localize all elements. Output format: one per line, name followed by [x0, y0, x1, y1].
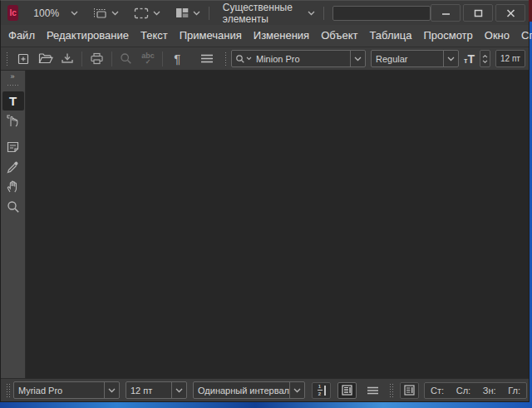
view-options-icon	[93, 7, 107, 19]
expand-panel-icon[interactable]: »	[10, 73, 15, 81]
font-size-value[interactable]: 12 пт	[495, 50, 525, 67]
minimize-button[interactable]	[431, 4, 461, 22]
tools-panel-grip-handle[interactable]	[7, 84, 20, 87]
menu-changes[interactable]: Изменения	[248, 25, 315, 47]
new-document-icon	[17, 52, 30, 66]
statusbar-menu-button[interactable]	[367, 386, 379, 395]
save-button[interactable]	[59, 49, 76, 69]
workspace-label: Существенные элементы	[223, 2, 303, 25]
font-style-dropdown-button[interactable]	[443, 51, 458, 66]
search-icon	[120, 52, 132, 65]
arrange-documents-icon	[175, 7, 189, 18]
tools-panel: » T	[1, 71, 26, 378]
spellcheck-button[interactable]: abc ✓	[140, 49, 156, 69]
note-tool-button[interactable]	[2, 137, 24, 156]
menu-type[interactable]: Текст	[135, 25, 174, 47]
menu-view[interactable]: Просмотр	[417, 25, 478, 47]
font-family-dropdown-button[interactable]	[350, 51, 365, 66]
save-icon	[61, 52, 74, 65]
font-search-icon	[235, 54, 245, 64]
stepper-down-icon	[482, 60, 488, 63]
line-spacing-dropdown-button[interactable]	[289, 382, 304, 398]
statusbar-font-family-value: Myriad Pro	[14, 386, 104, 396]
toolbar-grip-handle[interactable]	[6, 52, 9, 66]
font-style-value: Regular	[372, 54, 443, 64]
text-statistics-panel: Ст: Сл: Зн: Гл:	[424, 382, 527, 399]
control-toolbar: abc ✓ ¶	[1, 47, 529, 71]
statusbar-font-family-dropdown-button[interactable]	[104, 382, 119, 398]
menu-file[interactable]: Файл	[2, 25, 41, 47]
new-document-button[interactable]	[15, 49, 32, 69]
screen-mode-dropdown[interactable]	[134, 7, 160, 19]
stat-chars-label: Зн:	[483, 386, 496, 396]
hamburger-icon	[200, 54, 214, 63]
toolbar-separator	[81, 52, 82, 66]
zoom-chevron-down-icon[interactable]	[71, 11, 78, 16]
statusbar-font-size-dropdown-button[interactable]	[171, 382, 186, 398]
view-options-dropdown[interactable]	[93, 7, 119, 19]
hamburger-icon	[367, 386, 379, 395]
chevron-down-icon	[193, 11, 200, 16]
printer-icon	[90, 52, 104, 65]
workspace-switcher[interactable]: Существенные элементы	[223, 2, 316, 25]
font-size-icon: тT	[464, 53, 475, 65]
story-info-icon	[404, 385, 415, 396]
find-button[interactable]	[117, 49, 134, 69]
maximize-button[interactable]	[463, 4, 493, 22]
incopy-window: Ic 100%	[0, 0, 530, 402]
titlebar-separator	[209, 7, 209, 20]
app-icon[interactable]: Ic	[7, 5, 18, 21]
font-family-value: Minion Pro	[252, 54, 350, 64]
stepper-up-icon	[482, 55, 488, 58]
position-tool-button[interactable]	[2, 111, 24, 130]
show-hidden-characters-button[interactable]: ¶	[169, 49, 185, 69]
note-tool-icon	[6, 140, 20, 154]
font-style-combo[interactable]: Regular	[371, 50, 459, 67]
title-bar: Ic 100%	[1, 1, 529, 25]
menu-window[interactable]: Окно	[479, 25, 515, 47]
hand-tool-button[interactable]	[2, 177, 24, 196]
font-search-chevron-icon	[246, 57, 252, 61]
menu-table[interactable]: Таблица	[363, 25, 417, 47]
statusbar-font-size-combo[interactable]: 12 пт	[126, 381, 187, 399]
type-tool-icon: T	[9, 95, 17, 107]
document-canvas[interactable]	[26, 71, 529, 378]
open-button[interactable]	[37, 49, 53, 69]
zoom-tool-button[interactable]	[2, 197, 24, 216]
line-numbers-icon: 1 2	[318, 384, 326, 396]
font-size-stepper[interactable]	[480, 50, 490, 67]
hand-icon	[6, 179, 20, 194]
workspace-chevron-down-icon	[308, 11, 315, 16]
pilcrow-icon: ¶	[174, 52, 180, 65]
desktop-wallpaper-accent	[529, 0, 532, 22]
menu-edit[interactable]: Редактирование	[41, 25, 135, 47]
eyedropper-tool-button[interactable]	[2, 157, 24, 176]
statusbar-font-family-combo[interactable]: Myriad Pro	[13, 381, 120, 399]
print-button[interactable]	[88, 49, 105, 69]
eyedropper-icon	[7, 160, 20, 174]
statusbar-grip-handle[interactable]	[389, 383, 393, 398]
statusbar-grip-handle[interactable]	[6, 383, 10, 398]
story-info-button[interactable]	[400, 382, 419, 399]
close-button[interactable]	[495, 4, 525, 22]
stat-lines-label: Ст:	[431, 386, 444, 396]
galley-view-toggle-button[interactable]	[337, 382, 357, 399]
arrange-documents-dropdown[interactable]	[175, 7, 200, 18]
type-tool-button[interactable]: T	[2, 91, 24, 111]
chevron-down-icon	[153, 11, 160, 16]
toolbar-grip-handle[interactable]	[224, 52, 228, 66]
titlebar-search-input[interactable]	[332, 6, 431, 21]
line-numbers-toggle-button[interactable]: 1 2	[312, 382, 331, 399]
menu-notes[interactable]: Примечания	[174, 25, 248, 47]
titlebar-separator	[323, 7, 324, 20]
zoom-icon	[7, 200, 20, 214]
menu-object[interactable]: Объект	[315, 25, 363, 47]
font-family-combo[interactable]: Minion Pro	[231, 50, 366, 67]
menu-help[interactable]: Справка	[515, 25, 532, 47]
line-spacing-combo[interactable]: Одинарный интервал	[193, 381, 305, 399]
statusbar-font-size-value: 12 пт	[126, 386, 171, 396]
toolbar-separator	[162, 52, 163, 66]
spellcheck-icon: abc ✓	[141, 52, 155, 66]
toolbar-menu-button[interactable]	[199, 49, 215, 69]
zoom-level-value[interactable]: 100%	[33, 7, 59, 19]
